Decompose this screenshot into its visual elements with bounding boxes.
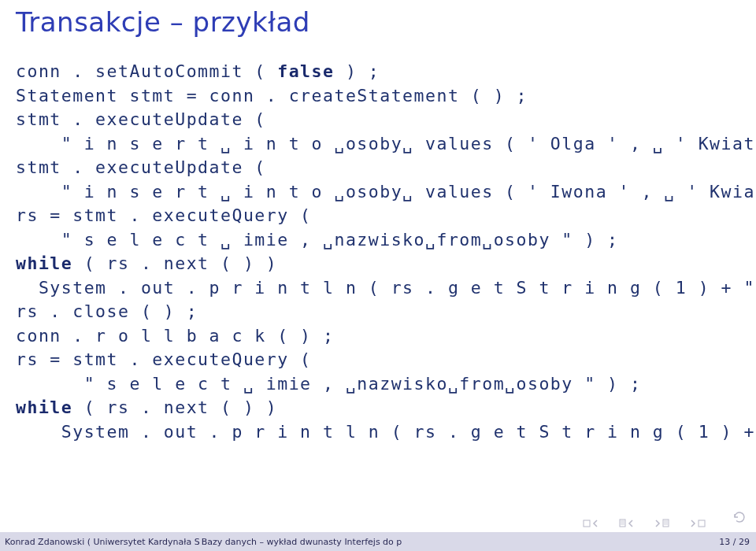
nav-first-group[interactable] bbox=[583, 520, 598, 527]
code-block: conn . setAutoCommit ( false ) ; Stateme… bbox=[16, 60, 740, 444]
code-line: rs = stmt . executeQuery ( bbox=[16, 205, 312, 225]
code-line: System . out . p r i n t l n ( rs . g e … bbox=[16, 278, 756, 298]
page-icon bbox=[619, 519, 626, 527]
nav-prev-group[interactable] bbox=[619, 519, 634, 527]
code-line: " i n s e r t ␣ i n t o ␣osoby␣ values (… bbox=[16, 134, 756, 153]
code-line: Statement stmt = conn . createStatement … bbox=[16, 86, 528, 105]
nav-icons bbox=[583, 519, 706, 527]
square-icon bbox=[583, 520, 591, 527]
slide: Transakcje – przykład conn . setAutoComm… bbox=[0, 0, 756, 551]
page-icon bbox=[662, 519, 669, 527]
refresh-icon[interactable] bbox=[732, 510, 747, 527]
page-title: Transakcje – przykład bbox=[16, 6, 740, 38]
code-line: " s e l e c t ␣ imie , ␣nazwisko␣from␣os… bbox=[16, 230, 619, 250]
keyword-false: false bbox=[277, 61, 334, 81]
code-line: stmt . executeUpdate ( bbox=[16, 109, 266, 129]
svg-rect-9 bbox=[699, 520, 705, 527]
chevron-left-icon bbox=[628, 520, 634, 527]
nav-last-group[interactable] bbox=[690, 520, 706, 527]
keyword-while: while bbox=[16, 253, 72, 273]
code-line: rs = stmt . executeQuery ( bbox=[16, 349, 312, 369]
footer-page: 13 / 29 bbox=[719, 537, 753, 547]
chevron-left-icon bbox=[592, 520, 598, 527]
code-line: conn . r o l l b a c k ( ) ; bbox=[16, 326, 334, 346]
keyword-while: while bbox=[16, 398, 72, 417]
footer-title: Bazy danych – wykład dwunasty Interfejs … bbox=[200, 537, 720, 547]
chevron-right-icon bbox=[654, 520, 661, 527]
code-line: System . out . p r i n t l n ( rs . g e … bbox=[16, 422, 756, 442]
code-text: ( rs . next ( ) ) bbox=[72, 398, 277, 417]
footer-author: Konrad Zdanowski ( Uniwersytet Kardynała… bbox=[3, 537, 200, 547]
svg-rect-5 bbox=[663, 520, 669, 527]
code-line: rs . close ( ) ; bbox=[16, 301, 198, 321]
footer: Konrad Zdanowski ( Uniwersytet Kardynała… bbox=[0, 532, 756, 551]
code-text: ( rs . next ( ) ) bbox=[72, 253, 277, 273]
code-line: " i n s e r t ␣ i n t o ␣osoby␣ values (… bbox=[16, 182, 756, 202]
chevron-right-icon bbox=[690, 520, 696, 527]
square-icon bbox=[698, 520, 706, 527]
svg-rect-0 bbox=[584, 520, 590, 527]
nav-next-group[interactable] bbox=[654, 519, 669, 527]
svg-rect-1 bbox=[620, 520, 625, 527]
code-line: " s e l e c t ␣ imie , ␣nazwisko␣from␣os… bbox=[16, 374, 641, 394]
code-line: stmt . executeUpdate ( bbox=[16, 157, 266, 177]
code-line: conn . setAutoCommit ( bbox=[16, 61, 277, 81]
code-text: ) ; bbox=[334, 61, 380, 81]
